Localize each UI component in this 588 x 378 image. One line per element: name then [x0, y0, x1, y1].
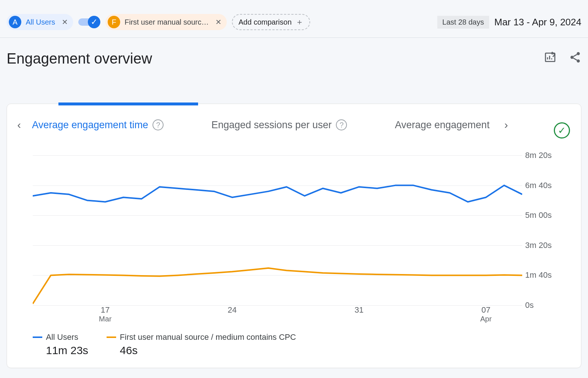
- y-axis: 0s1m 40s3m 20s5m 00s6m 40s8m 20s: [522, 155, 559, 305]
- add-comparison-label: Add comparison: [239, 18, 292, 26]
- page-title-row: Engagement overview: [0, 38, 588, 71]
- share-icon[interactable]: [569, 50, 581, 67]
- chart-plot: [33, 155, 522, 305]
- legend-label: First user manual source / medium contai…: [120, 332, 296, 342]
- customize-report-icon[interactable]: [544, 50, 556, 67]
- segment-toggle[interactable]: ✓: [78, 16, 100, 28]
- chevron-left-icon[interactable]: ‹: [17, 119, 21, 131]
- page-title: Engagement overview: [7, 50, 152, 67]
- segment-chip-all-users[interactable]: A All Users ✕: [7, 14, 73, 30]
- plus-icon: ＋: [295, 17, 304, 28]
- legend-label: All Users: [46, 332, 78, 342]
- legend-item-cpc: First user manual source / medium contai…: [107, 332, 296, 357]
- date-range[interactable]: Mar 13 - Apr 9, 2024: [494, 17, 581, 28]
- tab-label: Average engagement time: [32, 119, 148, 131]
- check-icon: ✓: [88, 16, 100, 28]
- engagement-chart-card: ‹ Average engagement time ? Engaged sess…: [7, 104, 581, 368]
- segment-chip-cpc[interactable]: F First user manual sourc… ✕: [105, 14, 227, 30]
- legend-swatch: [33, 336, 42, 338]
- tab-avg-engagement[interactable]: Average engagement: [384, 119, 501, 131]
- tab-avg-engagement-time[interactable]: Average engagement time ?: [21, 119, 175, 131]
- tab-label: Average engagement: [395, 119, 490, 131]
- status-check-icon[interactable]: ✓: [554, 122, 570, 138]
- help-icon[interactable]: ?: [153, 119, 164, 130]
- chart-area: 0s1m 40s3m 20s5m 00s6m 40s8m 20s 17Mar24…: [33, 155, 559, 320]
- svg-point-1: [577, 52, 580, 55]
- segment-badge: F: [108, 16, 120, 28]
- legend-swatch: [107, 336, 116, 338]
- x-axis: 17Mar243107Apr: [33, 305, 522, 324]
- close-icon[interactable]: ✕: [62, 18, 68, 26]
- metric-tabs: ‹ Average engagement time ? Engaged sess…: [7, 104, 581, 136]
- legend-value: 46s: [107, 344, 296, 357]
- svg-point-2: [570, 56, 574, 59]
- close-icon[interactable]: ✕: [215, 18, 222, 26]
- chevron-right-icon[interactable]: ›: [504, 119, 508, 131]
- add-comparison-button[interactable]: Add comparison ＋: [232, 14, 310, 30]
- tab-engaged-sessions-per-user[interactable]: Engaged sessions per user ?: [200, 119, 358, 131]
- legend-item-all-users: All Users 11m 23s: [33, 332, 88, 357]
- segment-label: All Users: [26, 18, 55, 26]
- segment-label: First user manual sourc…: [125, 18, 209, 26]
- tab-label: Engaged sessions per user: [211, 119, 331, 131]
- segment-badge: A: [9, 16, 21, 28]
- legend-value: 11m 23s: [33, 344, 88, 357]
- date-preset-chip[interactable]: Last 28 days: [437, 16, 489, 29]
- active-tab-indicator: [58, 102, 198, 105]
- segment-bar: A All Users ✕ ✓ F First user manual sour…: [0, 0, 588, 38]
- help-icon[interactable]: ?: [336, 119, 347, 130]
- svg-point-3: [577, 60, 580, 63]
- chart-legend: All Users 11m 23s First user manual sour…: [33, 332, 296, 357]
